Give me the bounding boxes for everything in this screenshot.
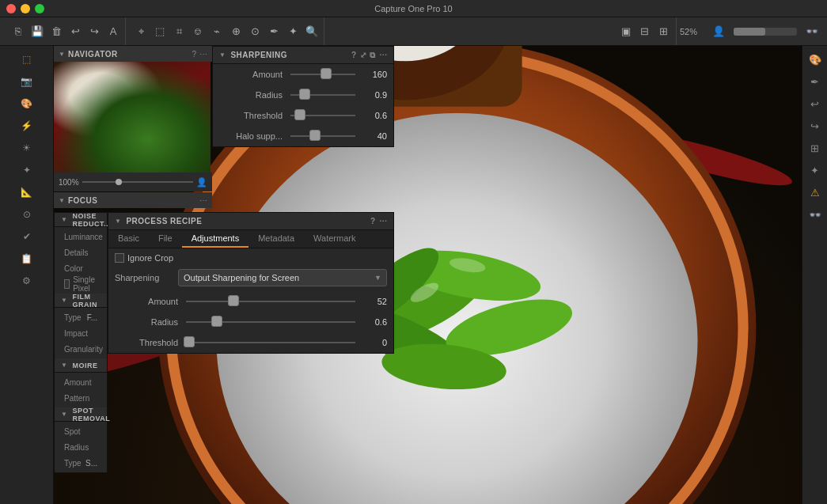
- capture-icon[interactable]: 📷: [16, 71, 38, 92]
- tab-basic[interactable]: Basic: [108, 230, 149, 248]
- navigator-help[interactable]: ?: [192, 50, 196, 59]
- sharpening-header[interactable]: ▼ SHARPENING ? ⤢ ⧉ ⋯: [213, 47, 393, 64]
- window-controls[interactable]: [6, 4, 44, 13]
- sharpening-amount-row: Amount 160: [213, 64, 393, 85]
- spot-removal-header[interactable]: ▼ SPOT REMOVAL: [55, 407, 107, 422]
- halo-slider[interactable]: [290, 135, 355, 138]
- tab-watermark[interactable]: Watermark: [304, 230, 365, 248]
- single-view-icon[interactable]: ▣: [617, 23, 635, 40]
- rp-rotate-right-icon[interactable]: ↪: [805, 116, 825, 136]
- rp-star-icon[interactable]: ✦: [805, 160, 825, 180]
- library-icon[interactable]: ⬚: [16, 49, 38, 70]
- right-icons-panel: 🎨 ✒ ↩ ↪ ⊞ ✦ ⚠ 👓: [802, 46, 827, 504]
- cursor-icon[interactable]: ⌖: [132, 23, 150, 40]
- process-amount-value: 52: [355, 297, 387, 306]
- metadata-icon[interactable]: ⊙: [16, 204, 38, 225]
- maximize-button[interactable]: [35, 4, 44, 13]
- nav-zoom-slider[interactable]: [82, 181, 193, 183]
- ignore-crop-checkbox[interactable]: [115, 253, 124, 263]
- brush-icon[interactable]: ✦: [284, 23, 302, 40]
- rp-pen-icon[interactable]: ✒: [805, 71, 825, 92]
- process-recipe-header[interactable]: ▼ PROCESS RECIPE ? ⋯: [108, 213, 393, 230]
- moire-header[interactable]: ▼ MOIRE: [55, 358, 107, 373]
- multi-view-icon[interactable]: ⊞: [655, 23, 673, 40]
- process-icon[interactable]: 📋: [16, 248, 38, 269]
- nav-thumb-image: [54, 62, 211, 172]
- close-button[interactable]: [6, 4, 16, 13]
- process-threshold-track: [186, 342, 355, 343]
- photo-viewer[interactable]: ▼ NAVIGATOR ? ⋯ 100% 👤 ▼ FOCUS ⋯: [54, 46, 802, 504]
- single-pixel-checkbox[interactable]: [64, 279, 70, 289]
- amount-slider[interactable]: [290, 73, 355, 76]
- undo-icon[interactable]: ↩: [66, 23, 84, 40]
- dropdown-arrow-icon: ▼: [374, 274, 381, 282]
- details-label: Details: [64, 248, 97, 257]
- save-icon[interactable]: 💾: [28, 23, 46, 40]
- zoom-tool-icon[interactable]: 🔍: [303, 23, 321, 40]
- tab-adjustments[interactable]: Adjustments: [182, 230, 249, 248]
- tab-metadata[interactable]: Metadata: [248, 230, 304, 248]
- straighten-icon[interactable]: ⌗: [170, 23, 188, 40]
- output-icon[interactable]: 📐: [16, 182, 38, 203]
- halo-track: [290, 135, 355, 137]
- user-icon[interactable]: 👤: [710, 23, 727, 40]
- threshold-slider[interactable]: [290, 114, 355, 117]
- sharpening-menu-icon[interactable]: ⋯: [379, 51, 388, 60]
- lasso-icon[interactable]: ⎊: [189, 23, 207, 40]
- clone-icon[interactable]: ⊕: [227, 23, 245, 40]
- redo-icon[interactable]: ↪: [85, 23, 103, 40]
- process-amount-slider[interactable]: [186, 300, 355, 303]
- sharpening-help-icon[interactable]: ?: [351, 51, 357, 60]
- radius-slider[interactable]: [290, 93, 355, 97]
- tab-file[interactable]: File: [149, 230, 182, 248]
- rp-glasses-icon[interactable]: 👓: [805, 204, 825, 225]
- noise-reduction-header[interactable]: ▼ NOISE REDUCT...: [55, 213, 107, 227]
- single-pixel-row: Single Pixel: [58, 276, 104, 292]
- spot-row: Spot: [58, 423, 104, 439]
- spot-type-value: S...: [85, 459, 97, 468]
- left-adjustments-panel: ▼ NOISE REDUCT... Luminance Details Colo…: [54, 212, 108, 473]
- rp-grid-icon[interactable]: ⊞: [805, 138, 825, 158]
- navigator-header[interactable]: ▼ NAVIGATOR ? ⋯: [54, 46, 212, 62]
- process-threshold-slider[interactable]: [186, 341, 355, 344]
- sharpening-expand-icon[interactable]: ⤢: [360, 51, 367, 60]
- minimize-button[interactable]: [21, 4, 30, 13]
- details-icon[interactable]: ✦: [16, 160, 38, 180]
- nav-person-icon: 👤: [196, 177, 207, 188]
- compare-view-icon[interactable]: ⊟: [636, 23, 654, 40]
- heal-icon[interactable]: ⌁: [208, 23, 226, 40]
- settings-icon[interactable]: ⚙: [16, 271, 38, 291]
- ignore-crop-row: Ignore Crop: [108, 248, 393, 267]
- delete-icon[interactable]: 🗑: [47, 23, 65, 40]
- radius-thumb: [299, 89, 310, 100]
- lens-icon[interactable]: ⚡: [16, 116, 38, 136]
- rp-alert-icon[interactable]: ⚠: [805, 182, 825, 203]
- color-icon[interactable]: 🎨: [16, 93, 38, 114]
- navigator-more[interactable]: ⋯: [199, 50, 207, 59]
- sharpening-copy-icon[interactable]: ⧉: [370, 51, 376, 60]
- focus-header[interactable]: ▼ FOCUS ⋯: [54, 192, 212, 208]
- pen-icon[interactable]: ✒: [265, 23, 283, 40]
- glasses-icon[interactable]: 👓: [803, 23, 821, 40]
- focus-icon[interactable]: ⊙: [246, 23, 264, 40]
- single-pixel-label: Single Pixel: [73, 275, 97, 293]
- crop-icon[interactable]: ⬚: [151, 23, 169, 40]
- process-menu-icon[interactable]: ⋯: [379, 217, 388, 225]
- process-radius-slider[interactable]: [186, 320, 355, 324]
- process-help-icon[interactable]: ?: [370, 217, 376, 225]
- film-grain-header[interactable]: ▼ FILM GRAIN: [55, 294, 107, 308]
- noise-body: Luminance Details Color Single Pixel: [55, 227, 107, 294]
- sharpening-preset-row: Sharpening Output Sharpening for Screen …: [108, 267, 393, 291]
- film-grain-chevron: ▼: [61, 297, 67, 304]
- film-grain-body: Type F... Impact Granularity: [55, 308, 107, 358]
- grain-type-label: Type: [64, 313, 87, 322]
- focus-more[interactable]: ⋯: [199, 196, 207, 205]
- font-icon[interactable]: A: [104, 23, 122, 40]
- rp-rotate-left-icon[interactable]: ↩: [805, 93, 825, 114]
- import-icon[interactable]: ⎘: [9, 23, 27, 40]
- focus-title: FOCUS: [68, 196, 196, 205]
- sharpening-preset-dropdown[interactable]: Output Sharpening for Screen ▼: [178, 269, 387, 286]
- exposure-icon[interactable]: ☀: [16, 138, 38, 158]
- batch-icon[interactable]: ✔: [16, 226, 38, 247]
- rp-color-icon[interactable]: 🎨: [805, 49, 825, 70]
